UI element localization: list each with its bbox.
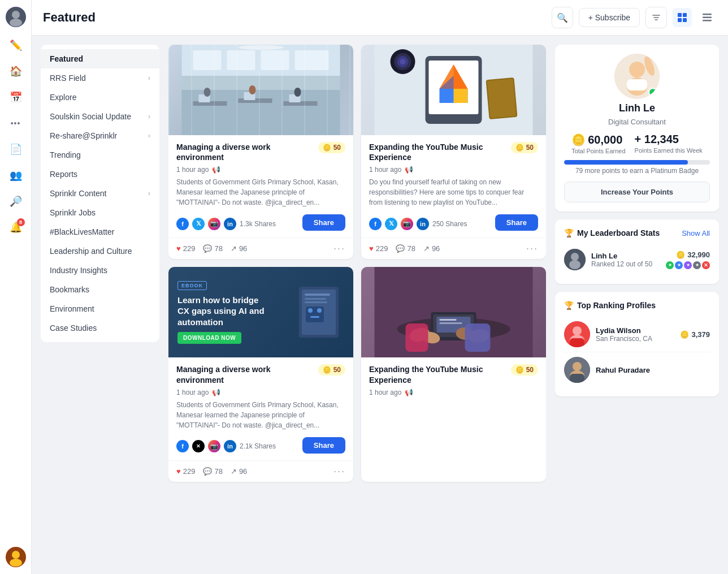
facebook-icon-2[interactable]: f [369, 218, 382, 230]
nav-item-case-studies[interactable]: Case Studies [41, 318, 159, 338]
nav-item-soulskin[interactable]: Soulskin Social Update › [41, 107, 159, 126]
ebook-title: Learn how to bridge CX gaps using AI and… [177, 295, 268, 328]
facebook-icon-3[interactable]: f [176, 440, 189, 452]
svg-rect-14 [182, 90, 340, 135]
leaderboard-info: Linh Le Ranked 12 out of 50 [591, 252, 660, 268]
edit-icon[interactable]: ✏️ [5, 34, 27, 57]
card-footer-1: ♥ 229 💬 78 ↗ 96 ··· [168, 238, 353, 259]
grid-view-button[interactable] [673, 8, 692, 27]
progress-bar-fill [564, 160, 688, 165]
chevron-right-icon: › [148, 74, 150, 82]
instagram-icon-3[interactable]: 📷 [208, 440, 220, 452]
card-body-1: Managing a diverse work environment 🪙🪙 5… [168, 135, 353, 238]
bell-icon[interactable]: 🔔 8 [5, 216, 27, 239]
nav-item-rrs[interactable]: RRS Field › [41, 68, 159, 88]
svg-rect-81 [570, 374, 584, 383]
nav-item-featured[interactable]: Featured [41, 49, 159, 68]
linkedin-icon-2[interactable]: in [417, 218, 429, 230]
linkedin-icon[interactable]: in [224, 218, 236, 230]
linkedin-icon-3[interactable]: in [224, 440, 236, 452]
feed-area: Managing a diverse work environment 🪙🪙 5… [168, 45, 546, 565]
header: Featured 🔍 + Subscribe [32, 0, 728, 36]
svg-rect-10 [703, 14, 712, 15]
svg-rect-7 [683, 13, 687, 17]
svg-rect-15 [193, 101, 227, 106]
comments-stat-1: 💬 78 [203, 244, 222, 253]
svg-rect-65 [465, 323, 491, 352]
list-view-button[interactable] [697, 8, 717, 27]
svg-point-73 [569, 260, 580, 269]
more-options-1[interactable]: ··· [333, 243, 345, 254]
share-button-3[interactable]: Share [302, 437, 345, 454]
likes-stat-3: ♥ 229 [176, 467, 195, 476]
points-badge-1: 🪙🪙 5050 [318, 142, 345, 153]
total-points-block: 🪙60,000 Total Points Earned [571, 133, 625, 154]
svg-point-23 [294, 88, 301, 97]
more-dots-icon[interactable]: ••• [5, 112, 27, 135]
user-avatar-top[interactable] [6, 7, 26, 27]
nav-item-reports[interactable]: Reports [41, 165, 159, 184]
card-image-4 [361, 267, 546, 357]
weekly-points-block: + 12,345 Points Earned this Week [635, 133, 703, 154]
svg-point-79 [573, 362, 582, 371]
leaderboard-points: 🪙32,990 [676, 251, 710, 259]
nav-item-bookmarks[interactable]: Bookmarks [41, 280, 159, 299]
right-panel: Linh Le Digital Consultant 🪙60,000 Total… [555, 45, 719, 565]
svg-rect-11 [703, 17, 712, 19]
leaderboard-title: 🏆 My Leaderboard Stats [564, 228, 660, 238]
ebook-download-button[interactable]: DOWNLOAD NOW [177, 332, 241, 344]
instagram-icon[interactable]: 📷 [208, 218, 220, 230]
svg-rect-47 [305, 298, 326, 300]
nav-item-explore[interactable]: Explore [41, 88, 159, 107]
svg-rect-8 [678, 18, 682, 22]
people-icon[interactable]: 👥 [5, 164, 27, 187]
rank-badges: ★ ★ ★ ★ ✕ [666, 261, 710, 269]
more-options-3[interactable]: ··· [333, 465, 345, 477]
leaderboard-rank: Ranked 12 out of 50 [591, 260, 660, 268]
weekly-points-label: Points Earned this Week [635, 147, 703, 154]
total-points-label: Total Points Earned [571, 148, 625, 154]
user-avatar-bottom[interactable] [6, 547, 26, 567]
points-badge-4: 🪙 50 [511, 364, 538, 376]
home-icon[interactable]: 🏠 [5, 60, 27, 83]
card-meta-4: 1 hour ago 📢 [369, 389, 538, 396]
share-button-1[interactable]: Share [302, 214, 345, 231]
facebook-icon[interactable]: f [176, 218, 189, 230]
subscribe-button[interactable]: + Subscribe [579, 8, 640, 27]
nav-item-blm[interactable]: #BlackLivesMatter [41, 222, 159, 241]
search-button[interactable]: 🔍 [552, 7, 573, 28]
svg-point-5 [10, 559, 22, 567]
svg-rect-48 [305, 301, 327, 303]
more-options-2[interactable]: ··· [526, 243, 538, 254]
share-button-2[interactable]: Share [495, 214, 538, 231]
twitter-icon-2[interactable]: 𝕏 [385, 218, 397, 230]
nav-item-industry[interactable]: Industry Insights [41, 261, 159, 280]
filter-button[interactable] [645, 7, 667, 28]
card-image-1 [168, 45, 353, 135]
svg-rect-27 [261, 50, 289, 70]
instagram-icon-2[interactable]: 📷 [401, 218, 413, 230]
reposts-stat-3: ↗ 96 [231, 467, 247, 476]
calendar-icon[interactable]: 📅 [5, 86, 27, 109]
shares-count-1: 1.3k Shares [240, 220, 276, 228]
discover-icon[interactable]: 🔎 [5, 190, 27, 213]
card-desc-3: Students of Government Girls Primary Sch… [176, 400, 345, 430]
twitter-icon[interactable]: 𝕏 [192, 218, 205, 230]
header-actions: 🔍 + Subscribe [552, 7, 717, 28]
nav-item-trending[interactable]: Trending [41, 145, 159, 165]
svg-point-50 [308, 308, 313, 313]
nav-item-environment[interactable]: Environment [41, 299, 159, 318]
nav-item-leadership[interactable]: Leadership and Culture [41, 241, 159, 261]
increase-points-button[interactable]: Increase Your Points [564, 182, 710, 202]
x-icon-3[interactable]: ✕ [192, 440, 205, 452]
nav-item-reshare[interactable]: Re-share@Sprinklr › [41, 126, 159, 145]
nav-item-sprinklr-content[interactable]: Sprinklr Content › [41, 184, 159, 203]
icon-sidebar: ✏️ 🏠 📅 ••• 📄 👥 🔎 🔔 8 [0, 0, 32, 574]
nav-item-sprinklr-jobs[interactable]: Sprinklr Jobs [41, 203, 159, 222]
show-all-button[interactable]: Show All [682, 229, 710, 238]
progress-label: 79 more points to earn a Platinum Badge [564, 167, 710, 175]
card-image-3-ebook: EBOOK Learn how to bridge CX gaps using … [168, 267, 353, 357]
svg-point-21 [204, 88, 211, 97]
svg-rect-17 [284, 101, 318, 106]
document-icon[interactable]: 📄 [5, 138, 27, 161]
